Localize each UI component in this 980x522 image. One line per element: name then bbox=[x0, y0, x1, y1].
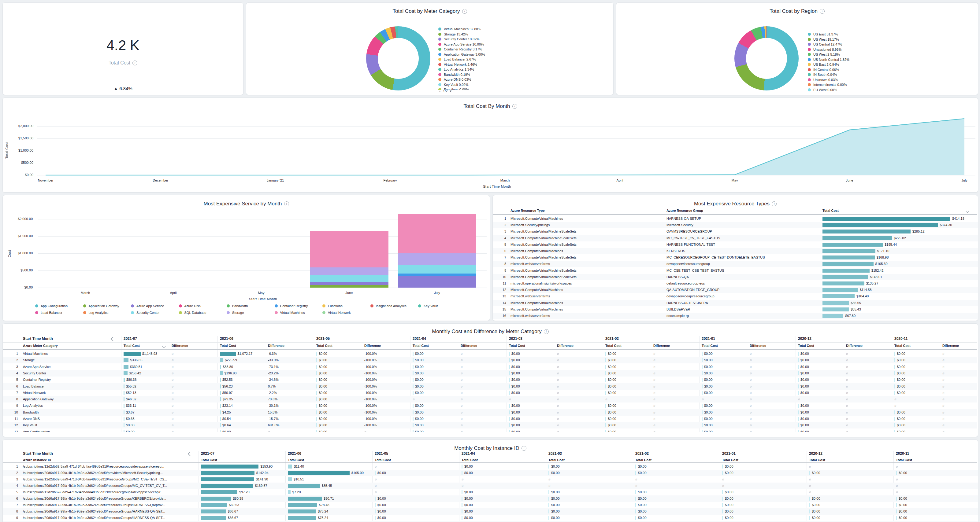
subcol-total-cost[interactable]: Total Cost bbox=[894, 344, 910, 347]
legend-item[interactable]: Load Balancer 2.67% bbox=[438, 57, 476, 61]
table-row[interactable]: 11microsoft.operationalinsights/workspac… bbox=[493, 280, 978, 287]
subcol-difference[interactable]: Difference bbox=[172, 344, 188, 347]
legend-item[interactable]: Key Vault bbox=[418, 304, 438, 308]
legend-pager[interactable]: ▲1/2▼ bbox=[438, 89, 452, 93]
table-row[interactable]: 4/subscriptions/20d6a917-99fa-4b1b-9b2e-… bbox=[3, 482, 978, 489]
legend-item[interactable]: US Central 12.47% bbox=[808, 43, 842, 46]
table-row[interactable]: 6Microsoft.Compute/virtualMachinesKERBER… bbox=[493, 248, 978, 254]
subcol-total-cost[interactable]: Total Cost bbox=[605, 344, 622, 347]
legend-item[interactable]: Virtual Machines bbox=[275, 311, 305, 314]
table-row[interactable]: 9Microsoft.Compute/virtualMachineScaleSe… bbox=[493, 267, 978, 274]
table-row[interactable]: 8microsoft.web/serverfarmsdevappservicer… bbox=[493, 261, 978, 267]
legend-item[interactable]: EU West 0.00% bbox=[808, 88, 837, 92]
legend-item[interactable]: Virtual Machines 52.88% bbox=[438, 27, 481, 31]
legend-item[interactable]: App Configuration bbox=[35, 304, 68, 308]
info-icon[interactable]: i bbox=[522, 446, 527, 451]
table-row[interactable]: 13App Configuration$0.00ø$0.00ø$0.00ø$0.… bbox=[3, 429, 977, 432]
table-row[interactable]: 5Microsoft.Compute/virtualMachineScaleSe… bbox=[493, 241, 978, 248]
info-icon[interactable]: i bbox=[512, 104, 517, 109]
subcol-difference[interactable]: Difference bbox=[653, 344, 670, 347]
legend-item[interactable]: IN South 0.04% bbox=[808, 73, 837, 76]
legend-item[interactable]: Azure DNS bbox=[179, 304, 201, 308]
legend-item[interactable]: Intercontinental 0.00% bbox=[808, 83, 846, 86]
bar-segment[interactable] bbox=[310, 275, 388, 282]
legend-item[interactable]: Bandwidth 0.19% bbox=[438, 73, 470, 76]
table-row[interactable]: 13microsoft.web/serverfarmsdevappservice… bbox=[493, 293, 978, 300]
table-row[interactable]: 3Microsoft.Compute/virtualMachineScaleSe… bbox=[493, 228, 978, 235]
table-row[interactable]: 2/subscriptions/20d6a917-99fa-4b1b-9b2e-… bbox=[3, 470, 978, 476]
table-row[interactable]: 10Microsoft.Compute/virtualMachineScaleS… bbox=[493, 274, 978, 280]
legend-item[interactable]: US West 19.17% bbox=[808, 38, 839, 41]
table-row[interactable]: 1Virtual Machines$1,143.93ø$1,072.17-6.3… bbox=[3, 351, 977, 357]
table-row[interactable]: 2Storage$336.85ø$225.59-33.0%$0.00-100.0… bbox=[3, 357, 977, 363]
column-header[interactable]: Azure Resource Group bbox=[667, 209, 703, 213]
info-icon[interactable]: i bbox=[462, 9, 467, 14]
column-header[interactable]: Azure Resource Type bbox=[511, 209, 545, 213]
legend-item[interactable]: Container Registry 3.17% bbox=[438, 48, 482, 51]
subcol-total-cost[interactable]: Total Cost bbox=[635, 458, 652, 462]
legend-item[interactable]: SQL Database bbox=[179, 311, 207, 314]
legend-item[interactable]: Unknown 0.03% bbox=[808, 78, 838, 82]
bar-segment[interactable] bbox=[398, 273, 476, 276]
table-row[interactable]: 12Key Vault$0.08ø$0.64691.0%$0.00-100.0%… bbox=[3, 422, 977, 428]
bar-segment[interactable] bbox=[310, 267, 388, 275]
subcol-difference[interactable]: Difference bbox=[461, 344, 477, 347]
legend-item[interactable]: Application Gateway bbox=[83, 304, 119, 308]
legend-item[interactable]: Virtual Network 2.46% bbox=[438, 63, 477, 66]
sort-chevron-icon[interactable] bbox=[162, 344, 165, 348]
legend-item[interactable]: Log Analytics 1.34% bbox=[438, 68, 474, 71]
table-row[interactable]: 6/subscriptions/20d6a917-99fa-4b1b-9b2e-… bbox=[3, 495, 978, 502]
bar-segment[interactable] bbox=[310, 282, 388, 285]
legend-item[interactable]: Security Center bbox=[131, 311, 160, 314]
subcol-total-cost[interactable]: Total Cost bbox=[722, 458, 738, 462]
sort-chevron-icon[interactable] bbox=[966, 209, 969, 213]
bar-segment[interactable] bbox=[310, 231, 388, 267]
subcol-total-cost[interactable]: Total Cost bbox=[809, 458, 825, 462]
table-row[interactable]: 2Microsoft.Security/pricingsMicrosoft.Se… bbox=[493, 222, 978, 228]
subcol-total-cost[interactable]: Total Cost bbox=[549, 458, 565, 462]
info-icon[interactable]: i bbox=[132, 60, 137, 65]
legend-item[interactable]: US East 51.37% bbox=[808, 32, 838, 36]
table-row[interactable]: 16microsoft.web/serverfarmsdocexample-rg… bbox=[493, 313, 978, 319]
table-row[interactable]: 9Log Analytics$33.11ø$23.14-30.1%$0.00-1… bbox=[3, 403, 977, 409]
table-row[interactable]: 7Virtual Network$52.13ø$50.97-2.2%$0.00-… bbox=[3, 390, 977, 396]
bar-segment[interactable] bbox=[398, 253, 476, 265]
table-row[interactable]: 15Microsoft.Compute/virtualMachinesBUILD… bbox=[493, 306, 978, 313]
scroll-left-icon[interactable] bbox=[188, 452, 192, 456]
info-icon[interactable]: i bbox=[772, 202, 776, 206]
legend-item[interactable]: US North Central 1.82% bbox=[808, 58, 850, 62]
subcol-total-cost[interactable]: Total Cost bbox=[288, 458, 304, 462]
legend-item[interactable]: IN Central 0.06% bbox=[808, 68, 839, 71]
legend-item[interactable]: Functions bbox=[322, 304, 342, 308]
legend-item[interactable]: Azure App Service bbox=[131, 304, 164, 308]
subcol-total-cost[interactable]: Total Cost bbox=[461, 458, 478, 462]
legend-item[interactable]: Log Analytics bbox=[83, 311, 108, 314]
table-row[interactable]: 5/subscriptions/12d2db62-5aa9-471d-84bb-… bbox=[3, 489, 978, 495]
bar-segment[interactable] bbox=[398, 214, 476, 253]
table-row[interactable]: 5Container Registry$80.36ø$52.53-34.6%$0… bbox=[3, 376, 977, 383]
subcol-difference[interactable]: Difference bbox=[364, 344, 381, 347]
legend-item[interactable]: Virtual Network bbox=[322, 311, 350, 314]
subcol-difference[interactable]: Difference bbox=[942, 344, 959, 347]
legend-item[interactable]: Storage bbox=[227, 311, 244, 314]
legend-item[interactable]: Application Gateway 3.00% bbox=[438, 52, 485, 56]
table-row[interactable]: 10Bandwidth$3.67ø$4.2515.8%$0.00-100.0%$… bbox=[3, 409, 977, 416]
table-row[interactable]: 1Microsoft.Compute/virtualMachinesHARNES… bbox=[493, 216, 978, 222]
column-header[interactable]: Total Cost bbox=[822, 209, 839, 213]
legend-item[interactable]: Load Balancer bbox=[35, 311, 62, 314]
legend-item[interactable]: Container Registry bbox=[275, 304, 308, 308]
table-row[interactable]: 3Azure App Service$330.51ø$88.80-73.1%$0… bbox=[3, 364, 977, 370]
subcol-total-cost[interactable]: Total Cost bbox=[896, 458, 912, 462]
legend-item[interactable]: US West 2 5.18% bbox=[808, 52, 840, 56]
table-row[interactable]: 4Microsoft.Compute/virtualMachineScaleSe… bbox=[493, 235, 978, 241]
bar-segment[interactable] bbox=[398, 265, 476, 273]
table-row[interactable]: 7Microsoft.Compute/virtualMachineScaleSe… bbox=[493, 254, 978, 261]
table-row[interactable]: 8Application Gateway$46.52ø$79.3570.6%$0… bbox=[3, 396, 977, 403]
legend-item[interactable]: Key Vault 0.02% bbox=[438, 83, 469, 86]
table-row[interactable]: 3/subscriptions/12d2db62-5aa9-471d-84bb-… bbox=[3, 476, 978, 482]
pager-down-icon[interactable]: ▼ bbox=[449, 90, 452, 93]
legend-item[interactable]: US East 2 0.94% bbox=[808, 63, 839, 66]
legend-item[interactable]: Security Center 10.82% bbox=[438, 37, 479, 41]
table-row[interactable]: 7/subscriptions/20d6a917-99fa-4b1b-9b2e-… bbox=[3, 502, 978, 508]
subcol-total-cost[interactable]: Total Cost bbox=[413, 344, 429, 347]
